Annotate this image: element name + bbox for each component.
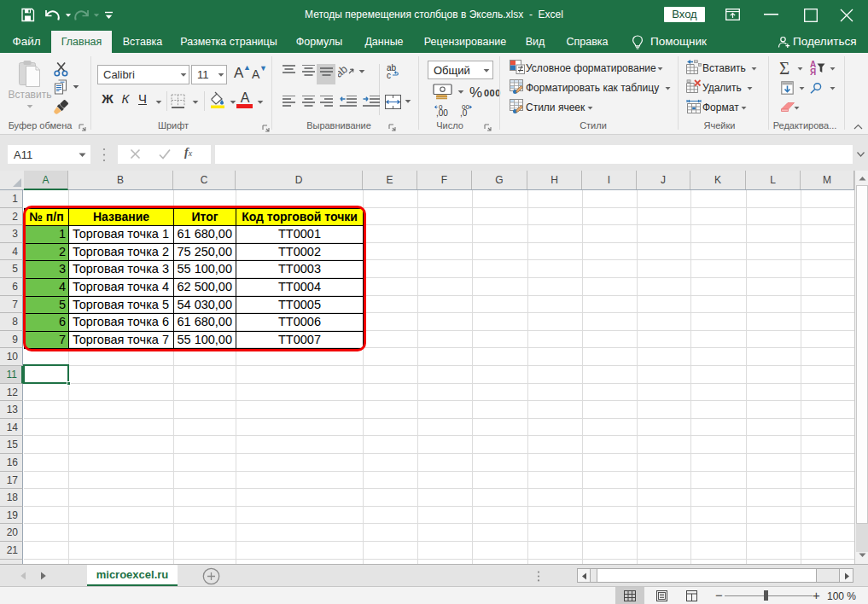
svg-text:c: c: [387, 71, 391, 79]
svg-text:00: 00: [462, 103, 469, 111]
svg-text:0: 0: [439, 103, 443, 111]
svg-text:ab: ab: [338, 63, 350, 78]
